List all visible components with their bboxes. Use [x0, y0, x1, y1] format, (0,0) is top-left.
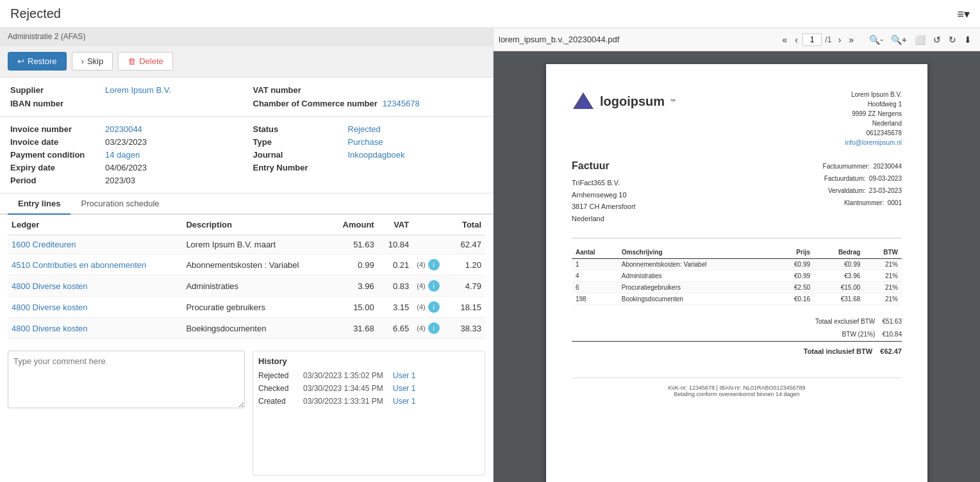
history-date: 03/30/2023 1:35:02 PM [303, 371, 386, 380]
delete-button[interactable]: 🗑 Delete [118, 52, 173, 71]
pdf-company-name: Lorem Ipsum B.V. [845, 90, 902, 99]
pdf-col-desc: Omschrijving [618, 246, 774, 259]
entry-badge-cell: (4)i [413, 254, 450, 276]
comment-box [8, 351, 245, 476]
entry-ledger[interactable]: 4800 Diverse kosten [8, 276, 182, 297]
history-entries: Rejected 03/30/2023 1:35:02 PM User 1 Ch… [258, 371, 479, 406]
pdf-company-zip: 9999 ZZ Nergens [845, 109, 902, 119]
type-row: Type Purchase [253, 137, 483, 147]
pdf-zoom-in-btn[interactable]: 🔍+ [888, 33, 910, 47]
pdf-incl-total: Totaal inclusief BTW €62.47 [572, 341, 902, 358]
app-container: Rejected ≡▾ Administratie 2 (AFAS) ↩ Res… [0, 0, 980, 482]
pdf-row-vat: 21% [864, 270, 902, 281]
entry-total: 18.15 [450, 297, 485, 318]
col-ledger: Ledger [8, 215, 182, 235]
skip-button[interactable]: › Skip [72, 52, 113, 71]
pdf-rotate-cw-btn[interactable]: ↻ [945, 33, 959, 47]
pdf-next-btn[interactable]: › [835, 33, 845, 47]
pdf-logo-tm: ™ [670, 98, 676, 104]
entry-vat: 10.84 [378, 235, 413, 254]
info-badge[interactable]: i [428, 322, 440, 334]
pdf-row-qty: 1 [572, 258, 618, 270]
pdf-row-vat: 21% [864, 293, 902, 304]
col-vat: VAT [378, 215, 413, 235]
pdf-bill-to: TriFact365 B.V. Arnhemseweg 10 3817 CH A… [572, 177, 636, 225]
pdf-rotate-ccw-btn[interactable]: ↺ [930, 33, 944, 47]
entry-badge-cell: (4)i [413, 276, 450, 297]
invoice-date-row: Invoice date 03/23/2023 [10, 137, 240, 147]
history-status: Rejected [258, 371, 297, 380]
pdf-download-btn[interactable]: ⬇ [961, 33, 975, 47]
pdf-filename: lorem_ipsum_b.v._20230044.pdf [499, 35, 776, 44]
pdf-prev-btn[interactable]: ‹ [792, 33, 801, 47]
pdf-row-vat: 21% [864, 281, 902, 293]
entry-description: Boekingsdocumenten [182, 318, 329, 339]
entry-amount: 31.68 [330, 318, 378, 339]
pdf-zoom-out-btn[interactable]: 🔍- [866, 33, 886, 47]
restore-button[interactable]: ↩ Restore [8, 52, 67, 71]
history-entry: Rejected 03/30/2023 1:35:02 PM User 1 [258, 371, 479, 380]
history-entry: Checked 03/30/2023 1:34:45 PM User 1 [258, 384, 479, 393]
vat-row: VAT number [253, 85, 483, 95]
history-box: History Rejected 03/30/2023 1:35:02 PM U… [253, 351, 485, 476]
pdf-last-btn[interactable]: » [845, 33, 857, 47]
info-badge[interactable]: i [428, 301, 440, 313]
pdf-invoice-details: Factuurnummer: 20230044 Factuurdatum: 09… [823, 160, 902, 225]
pdf-row-desc: Abonnementskosten: Variabel [618, 258, 774, 270]
comment-textarea[interactable] [8, 351, 245, 408]
pdf-page-input[interactable] [802, 33, 822, 46]
pdf-zoom-controls: 🔍- 🔍+ ⬜ ↺ ↻ ⬇ [866, 33, 975, 47]
pdf-excl-total: Totaal exclusief BTW €51.63 [572, 315, 902, 328]
pdf-logo-area: logoipsum™ Lorem Ipsum B.V. Hoofdweg 1 9… [572, 90, 902, 147]
entry-description: Abonnementskosten : Variabel [182, 254, 329, 276]
entry-ledger[interactable]: 4510 Contributies en abonnementen [8, 254, 182, 276]
entry-vat: 3.15 [378, 297, 413, 318]
history-user: User 1 [393, 384, 415, 393]
pdf-row-price: €2.50 [774, 281, 814, 293]
chamber-row: Chamber of Commerce number 12345678 [253, 99, 483, 108]
history-status: Created [258, 397, 297, 406]
pdf-row-amount: €0.99 [814, 258, 864, 270]
entry-line-row: 4800 Diverse kosten Boekingsdocumenten 3… [8, 318, 485, 339]
entry-ledger[interactable]: 1600 Crediteuren [8, 235, 182, 254]
entry-ledger[interactable]: 4800 Diverse kosten [8, 297, 182, 318]
history-date: 03/30/2023 1:34:45 PM [303, 384, 386, 393]
pdf-row-amount: €31.68 [814, 293, 864, 304]
history-status: Checked [258, 384, 297, 393]
pdf-company-address: Hoofdweg 1 [845, 99, 902, 109]
col-description: Description [182, 215, 329, 235]
pdf-row-amount: €3.96 [814, 270, 864, 281]
menu-icon[interactable]: ≡▾ [957, 7, 970, 21]
invoice-number-row: Invoice number 20230044 [10, 124, 240, 134]
entry-amount: 15.00 [330, 297, 378, 318]
entry-total: 1.20 [450, 254, 485, 276]
left-panel: Administratie 2 (AFAS) ↩ Restore › Skip … [0, 28, 494, 482]
pdf-nav: « ‹ /1 › » [779, 33, 858, 47]
entry-badge-cell: (4)i [413, 297, 450, 318]
supplier-section: Supplier Lorem Ipsum B.V. IBAN number VA… [0, 78, 493, 117]
entry-total: 38.33 [450, 318, 485, 339]
history-user: User 1 [393, 397, 415, 406]
pdf-invoice-table: Aantal Omschrijving Prijs Bedrag BTW 1 A… [572, 246, 902, 305]
pdf-row-desc: Bookingsdocumenten [618, 293, 774, 304]
tab-procuration[interactable]: Procuration schedule [71, 194, 169, 215]
pdf-company-country: Nederland [845, 119, 902, 128]
tab-entry-lines[interactable]: Entry lines [8, 194, 71, 215]
pdf-fit-btn[interactable]: ⬜ [911, 33, 929, 47]
pdf-logo-icon [572, 90, 595, 113]
pdf-row-price: €0.16 [774, 293, 814, 304]
pdf-table-row: 4 Administraties €0.99 €3.96 21% [572, 270, 902, 281]
entry-description: Administraties [182, 276, 329, 297]
page-title: Rejected [10, 6, 61, 21]
pdf-vat-total: BTW (21%) €10.84 [572, 328, 902, 341]
pdf-col-vat: BTW [864, 246, 902, 259]
info-badge[interactable]: i [428, 259, 440, 270]
info-badge[interactable]: i [428, 280, 440, 292]
entry-amount: 51.63 [330, 235, 378, 254]
entry-line-row: 4800 Diverse kosten Administraties 3.96 … [8, 276, 485, 297]
entry-ledger[interactable]: 4800 Diverse kosten [8, 318, 182, 339]
pdf-divider [572, 238, 902, 238]
pdf-first-btn[interactable]: « [779, 33, 791, 47]
iban-row: IBAN number [10, 99, 240, 108]
pdf-viewer: lorem_ipsum_b.v._20230044.pdf « ‹ /1 › »… [494, 28, 980, 482]
